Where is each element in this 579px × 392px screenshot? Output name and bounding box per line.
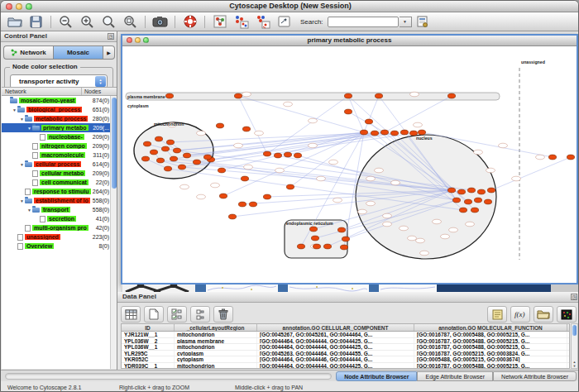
gene-node-selected[interactable] — [143, 141, 151, 146]
tree-row[interactable]: multi-organism pro42(0) — [2, 223, 111, 232]
gene-node-unselected[interactable] — [244, 165, 253, 170]
gene-node-unselected[interactable] — [466, 222, 475, 227]
float-panel-icon[interactable]: ◳ — [571, 294, 577, 300]
gene-node-selected[interactable] — [216, 123, 223, 128]
network-column-header[interactable]: Network — [2, 88, 82, 95]
table-scrollbar[interactable]: ▲▼ — [571, 323, 578, 369]
tab-network[interactable]: Network — [3, 45, 53, 60]
gene-node-unselected[interactable] — [433, 219, 442, 224]
tree-row[interactable]: ▼primary metabo209(... — [2, 123, 111, 132]
gene-node-unselected[interactable] — [242, 92, 251, 97]
tree-row[interactable]: secretion41(0) — [2, 214, 111, 223]
gene-node-selected[interactable] — [484, 199, 491, 204]
nodes-column-header[interactable]: Nodes — [82, 88, 117, 95]
gene-node-selected[interactable] — [344, 93, 352, 98]
gene-node-selected[interactable] — [219, 194, 227, 198]
table-scrollbar-thumb[interactable] — [572, 325, 577, 336]
gene-node-selected[interactable] — [567, 155, 574, 160]
gene-node-selected[interactable] — [242, 127, 250, 131]
attribute-batch-button[interactable] — [190, 306, 210, 323]
gene-node-unselected[interactable] — [486, 168, 495, 173]
table-row[interactable]: YLR295Ccytoplasm[GO:0045263, GO:0044464,… — [122, 351, 569, 357]
network-edge[interactable] — [348, 96, 364, 132]
gene-node-selected[interactable] — [474, 198, 481, 203]
expand-arrow-icon[interactable]: ▼ — [19, 198, 25, 203]
gene-node-selected[interactable] — [263, 194, 270, 199]
gene-node-selected[interactable] — [234, 93, 242, 98]
help-button[interactable] — [179, 13, 200, 30]
gene-node-selected[interactable] — [447, 93, 455, 98]
function-builder-button[interactable]: f(x) — [510, 306, 530, 323]
gene-node-selected[interactable] — [487, 188, 495, 193]
gene-node-unselected[interactable] — [512, 176, 521, 181]
zoom-fit-button[interactable] — [120, 13, 141, 30]
gene-node-selected[interactable] — [274, 153, 281, 158]
gene-node-selected[interactable] — [165, 93, 173, 98]
gene-node-selected[interactable] — [263, 151, 270, 156]
gene-node-unselected[interactable] — [197, 131, 206, 136]
gene-node-selected[interactable] — [238, 202, 246, 207]
gene-node-selected[interactable] — [284, 152, 291, 157]
gene-node-selected[interactable] — [337, 227, 345, 232]
zoom-out-button[interactable] — [55, 13, 76, 30]
gene-node-selected[interactable] — [309, 227, 317, 232]
gene-node-selected[interactable] — [471, 208, 478, 213]
gene-node-selected[interactable] — [228, 214, 236, 219]
expand-arrow-icon[interactable]: ▼ — [26, 208, 32, 213]
zoom-selected-button[interactable] — [98, 13, 119, 30]
gene-node-selected[interactable] — [365, 119, 372, 124]
gene-node-unselected[interactable] — [275, 168, 285, 173]
save-session-button[interactable] — [26, 13, 46, 30]
gene-node-selected[interactable] — [400, 130, 408, 135]
gene-node-unselected[interactable] — [375, 168, 384, 173]
gene-node-selected[interactable] — [161, 146, 169, 151]
column-header[interactable]: annotation.GO CELLULAR_COMPONENT — [257, 324, 414, 331]
zoom-in-button[interactable] — [77, 13, 98, 30]
tab-edge-attribute-browser[interactable]: Edge Attribute Browser — [417, 371, 493, 381]
gene-node-selected[interactable] — [150, 150, 157, 155]
column-header[interactable]: ID — [122, 324, 175, 331]
gene-node-selected[interactable] — [390, 131, 398, 136]
gene-node-unselected[interactable] — [309, 143, 318, 148]
gene-node-unselected[interactable] — [329, 160, 338, 165]
network-overview-button[interactable] — [209, 13, 230, 30]
tree-row[interactable]: ▼biological_process651(0) — [2, 105, 111, 114]
gene-node-selected[interactable] — [311, 236, 318, 241]
gene-node-selected[interactable] — [313, 244, 320, 249]
gene-node-unselected[interactable] — [197, 194, 206, 199]
network-edge[interactable] — [491, 157, 571, 190]
gene-node-selected[interactable] — [203, 155, 211, 160]
gene-node-selected[interactable] — [459, 208, 467, 213]
search-options-button[interactable] — [413, 13, 433, 30]
import-folder-button[interactable] — [534, 306, 553, 323]
float-panel-icon[interactable]: ◳ — [108, 33, 114, 40]
gene-node-selected[interactable] — [464, 199, 471, 204]
network-edge[interactable] — [364, 96, 379, 132]
table-row[interactable]: YJR121W__1mitochondrion[GO:0045267, GO:0… — [122, 332, 569, 338]
gene-node-selected[interactable] — [548, 155, 556, 160]
gene-node-unselected[interactable] — [234, 143, 243, 148]
gene-node-unselected[interactable] — [309, 118, 318, 123]
gene-node-selected[interactable] — [371, 131, 378, 136]
gene-node-selected[interactable] — [164, 166, 171, 171]
column-header[interactable]: annotation.GO MOLECULAR_FUNCTION — [414, 324, 567, 331]
gene-node-unselected[interactable] — [410, 92, 419, 97]
tree-row[interactable]: ▼metabolic process280(0) — [2, 114, 111, 123]
delete-trash-button[interactable] — [213, 306, 233, 323]
gene-node-selected[interactable] — [241, 176, 248, 181]
gene-node-selected[interactable] — [173, 148, 180, 153]
table-row[interactable]: YKR052Ccytoplasm[GO:0044464, GO:0044446,… — [122, 356, 569, 363]
gene-node-unselected[interactable] — [441, 234, 450, 239]
open-file-button[interactable] — [4, 13, 25, 30]
gene-node-selected[interactable] — [183, 153, 190, 158]
gene-node-unselected[interactable] — [211, 183, 220, 188]
gene-node-selected[interactable] — [297, 244, 304, 249]
table-row[interactable]: YPL036W__2plasma membrane[GO:0044464, GO… — [122, 338, 569, 345]
gene-node-selected[interactable] — [344, 109, 352, 114]
gene-node-selected[interactable] — [375, 93, 382, 98]
tree-row[interactable]: Overview8(0) — [2, 241, 111, 251]
tree-row[interactable]: cellular metabo209(0) — [2, 169, 111, 178]
gene-node-selected[interactable] — [467, 188, 475, 193]
column-header[interactable]: _cellularLayoutRegion — [175, 324, 257, 331]
expand-arrow-icon[interactable]: ▼ — [26, 126, 32, 131]
